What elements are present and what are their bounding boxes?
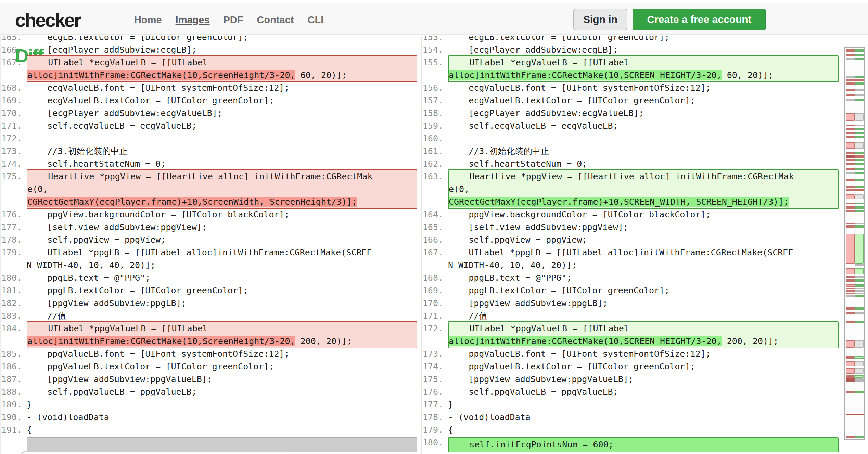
code-text: ppgLB.textColor = [UIColor greenColor]; [27,284,417,297]
line-number: 167. [422,246,448,272]
code-text: self.heartStateNum = 0; [448,157,839,170]
code-text: ppgLB.textColor = [UIColor greenColor]; [448,284,839,297]
diff-line: 169. ecgValueLB.textColor = [UIColor gre… [1,94,421,107]
minimap-stripe [846,79,864,81]
diff-line: 174. ppgValueLB.textColor = [UIColor gre… [422,360,843,373]
diff-line: 178.- (void)loadData [422,411,843,424]
line-number: 173. [422,348,448,360]
code-text: ppgValueLB.font = [UIFont systemFontOfSi… [27,348,417,360]
diff-line: 189.} [1,398,421,411]
diff-line: 188. self.ppgValueLB = ppgValueLB; [1,386,421,398]
line-number: 157. [422,94,448,107]
diff-line: 166. self.ppgView = ppgView; [422,234,843,246]
code-text: ecgValueLB.font = [UIFont systemFontOfSi… [27,81,417,94]
minimap-stripe [846,225,864,228]
minimap-stripe [846,348,864,356]
minimap-stripe [846,307,864,310]
diff-pane-original[interactable]: 165. ecgLB.textColor = [UIColor greenCol… [0,36,421,454]
diff-line: 172. UILabel *ppgValueLB = [[UILabel all… [422,322,843,348]
line-number: 169. [422,284,448,297]
line-number: 165. [1,36,27,43]
minimap-stripe [846,60,864,76]
code-text: [self.view addSubview:ppgView]; [448,221,839,234]
code-text: { [448,424,839,436]
diff-line: 178. self.ppgView = ppgView; [1,234,421,246]
minimap-stripe [846,121,864,125]
minimap-stripe [846,136,864,138]
nav-home[interactable]: Home [134,14,162,26]
minimap-stripe [846,340,864,348]
line-number: 174. [422,360,448,373]
top-navbar: Diffchecker Home Images PDF Contact CLI … [0,3,868,35]
line-number: 172. [422,322,448,348]
line-number: 178. [1,234,27,246]
minimap-stripe [846,210,864,212]
diff-line: 184. UILabel *ppgValueLB = [[UILabel all… [1,322,421,348]
code-text: self.ppgValueLB = ppgValueLB; [448,386,839,398]
sign-in-button[interactable]: Sign in [573,9,627,30]
line-number: 186. [1,360,27,373]
removed-code: UILabel *ecgValueLB = [[UILabel alloc]in… [27,55,417,82]
logo-checker-text: checker [15,9,80,31]
diff-line: 172. [1,132,421,145]
create-account-button[interactable]: Create a free account [633,9,766,30]
diff-line: 176. ppgView.backgroundColor = [UIColor … [1,208,421,221]
diff-view: 165. ecgLB.textColor = [UIColor greenCol… [0,36,843,454]
code-text: ppgLB.text = @"PPG"; [27,272,417,284]
app-logo[interactable]: Diffchecker [15,9,80,31]
code-text: //值 [448,310,839,322]
nav-images[interactable]: Images [176,14,210,26]
diff-line: 168. ppgLB.text = @"PPG"; [422,272,843,284]
minimap-stripe [846,165,864,168]
minimap-stripe [846,206,864,209]
minimap-stripe [846,191,864,194]
code-text: //3.初始化装的中止 [448,145,839,157]
nav-pdf[interactable]: PDF [224,14,243,26]
nav-cli[interactable]: CLI [307,14,323,26]
code-text [27,132,417,145]
diff-line: 190.- (void)loadData [1,411,421,424]
line-number: 168. [422,272,448,284]
diff-line: 156. ecgValueLB.font = [UIFont systemFon… [422,81,843,94]
minimap-stripe [846,378,864,382]
line-number: 167. [1,56,27,81]
minimap-stripe [846,82,864,85]
line-number: 173. [1,145,27,157]
diff-line: 177.} [422,398,843,411]
line-number: 188. [1,386,27,398]
diff-line: 181. ppgLB.textColor = [UIColor greenCol… [1,284,421,297]
code-text: } [448,398,839,411]
code-text: } [27,398,417,411]
removed-code: HeartLive *ppgView = [[HeartLive alloc] … [27,169,417,209]
diff-minimap[interactable] [844,47,865,440]
minimap-stripe [846,361,864,366]
line-number: 175. [1,170,27,208]
diff-pane-changed[interactable]: 153. ecgLB.textColor = [UIColor greenCol… [421,36,843,454]
code-text: self.heartStateNum = 0; [27,157,417,170]
line-number: 168. [1,81,27,94]
diff-line: 175. HeartLive *ppgView = [[HeartLive al… [1,170,421,208]
added-code: HeartLive *ppgView = [[HeartLive alloc] … [448,169,839,209]
diff-line: 170. [ppgView addSubview:ppgLB]; [422,297,843,310]
line-number: 177. [422,398,448,411]
added-code: UILabel *ppgValueLB = [[UILabel alloc]in… [448,321,839,348]
nav-contact[interactable]: Contact [257,14,294,26]
line-number: 162. [422,157,448,170]
line-number: 154. [422,43,448,56]
diff-line: 174. self.heartStateNum = 0; [1,157,421,170]
code-text: { [27,424,417,436]
line-number: 175. [422,373,448,386]
line-number: 176. [1,208,27,221]
code-text: [ppgView addSubview:ppgValueLB]; [27,373,417,386]
minimap-stripe [846,297,864,307]
line-number: 180. [1,272,27,284]
minimap-stripe [846,155,864,158]
minimap-stripe [846,314,864,321]
line-number: 153. [422,36,448,43]
code-text: [ppgView addSubview:ppgValueLB]; [448,373,839,386]
minimap-stripe [846,279,864,282]
minimap-stripe [846,323,864,340]
code-text: [ecgPlayer addSubview:ecgLB]; [448,43,839,56]
line-number: 189. [1,398,27,411]
diff-line: 162. self.heartStateNum = 0; [422,157,843,170]
